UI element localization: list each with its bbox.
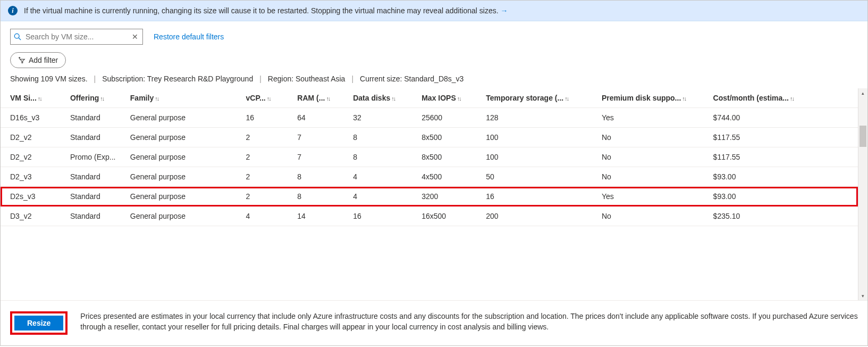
table-row[interactable]: D2_v3StandardGeneral purpose2844x50050No…	[1, 167, 858, 187]
resize-button[interactable]: Resize	[14, 316, 63, 331]
column-header-label: Cost/month (estima...	[713, 94, 789, 102]
cell-temp: 100	[476, 128, 592, 147]
scroll-down-icon[interactable]: ▾	[858, 291, 867, 300]
svg-point-0	[14, 34, 19, 38]
column-header-label: Family	[130, 94, 154, 102]
search-icon	[14, 33, 21, 40]
info-banner: i If the virtual machine is currently ru…	[1, 1, 867, 21]
cell-size: D2_v2	[1, 147, 61, 167]
info-banner-text: If the virtual machine is currently runn…	[24, 6, 499, 15]
cell-temp: 128	[476, 108, 592, 128]
cell-premium: Yes	[592, 108, 704, 128]
sort-icon[interactable]: ↑↓	[682, 95, 686, 102]
cell-iops: 16x500	[412, 206, 476, 226]
table-row[interactable]: D2s_v3StandardGeneral purpose284320016Ye…	[1, 187, 858, 206]
subscription-label: Subscription: Trey Research R&D Playgrou…	[102, 75, 253, 83]
table-row[interactable]: D3_v2StandardGeneral purpose4141616x5002…	[1, 206, 858, 226]
cell-size: D3_v2	[1, 206, 61, 226]
sort-icon[interactable]: ↑↓	[564, 95, 568, 102]
cell-iops: 4x500	[412, 167, 476, 187]
column-header[interactable]: Offering↑↓	[61, 88, 121, 108]
table-row[interactable]: D2_v2StandardGeneral purpose2788x500100N…	[1, 128, 858, 147]
restore-default-filters-link[interactable]: Restore default filters	[154, 32, 224, 41]
resize-button-highlight: Resize	[10, 311, 68, 335]
cell-size: D2_v3	[1, 167, 61, 187]
cell-iops: 25600	[412, 108, 476, 128]
table-row[interactable]: D16s_v3StandardGeneral purpose1664322560…	[1, 108, 858, 128]
column-header[interactable]: Max IOPS↑↓	[412, 88, 476, 108]
column-header[interactable]: vCP...↑↓	[237, 88, 288, 108]
cell-premium: No	[592, 147, 704, 167]
column-header[interactable]: Cost/month (estima...↑↓	[704, 88, 858, 108]
column-header[interactable]: RAM (...↑↓	[288, 88, 343, 108]
cell-temp: 50	[476, 167, 592, 187]
arrow-right-icon[interactable]: →	[501, 6, 508, 15]
cell-offering: Standard	[61, 187, 121, 206]
cell-disks: 32	[343, 108, 412, 128]
table-row[interactable]: D2_v2Promo (Exp...General purpose2788x50…	[1, 147, 858, 167]
sort-icon[interactable]: ↑↓	[457, 95, 461, 102]
current-size-label: Current size: Standard_D8s_v3	[360, 75, 464, 83]
info-icon: i	[8, 6, 18, 15]
cell-disks: 4	[343, 187, 412, 206]
column-header[interactable]: Family↑↓	[121, 88, 237, 108]
vertical-scrollbar[interactable]: ▴ ▾	[858, 88, 867, 300]
cell-family: General purpose	[121, 167, 237, 187]
search-input[interactable]	[24, 32, 131, 42]
cell-family: General purpose	[121, 147, 237, 167]
sort-icon[interactable]: ↑↓	[267, 95, 271, 102]
column-header[interactable]: Data disks↑↓	[343, 88, 412, 108]
cell-offering: Standard	[61, 206, 121, 226]
cell-premium: No	[592, 206, 704, 226]
cell-cost: $744.00	[704, 108, 858, 128]
sort-icon[interactable]: ↑↓	[155, 95, 158, 102]
add-filter-button[interactable]: Add filter	[10, 52, 66, 68]
column-header-label: vCP...	[246, 94, 266, 102]
cell-cost: $235.10	[704, 206, 858, 226]
cell-vcpu: 4	[237, 206, 288, 226]
cell-premium: Yes	[592, 187, 704, 206]
sort-icon[interactable]: ↑↓	[326, 95, 330, 102]
cell-ram: 64	[288, 108, 343, 128]
column-header-label: Max IOPS	[422, 94, 456, 102]
cell-iops: 8x500	[412, 147, 476, 167]
add-filter-label: Add filter	[29, 56, 58, 64]
column-header[interactable]: VM Si...↑↓	[1, 88, 61, 108]
sort-icon[interactable]: ↑↓	[100, 95, 104, 102]
cell-vcpu: 2	[237, 128, 288, 147]
cell-cost: $93.00	[704, 167, 858, 187]
sort-icon[interactable]: ↑↓	[391, 95, 395, 102]
scroll-up-icon[interactable]: ▴	[858, 88, 867, 97]
cell-offering: Promo (Exp...	[61, 147, 121, 167]
scrollbar-thumb[interactable]	[859, 126, 866, 147]
cell-temp: 100	[476, 147, 592, 167]
cell-premium: No	[592, 128, 704, 147]
column-header[interactable]: Temporary storage (...↑↓	[476, 88, 592, 108]
cell-family: General purpose	[121, 108, 237, 128]
column-header[interactable]: Premium disk suppo...↑↓	[592, 88, 704, 108]
column-header-label: Temporary storage (...	[486, 94, 563, 102]
cell-disks: 8	[343, 147, 412, 167]
svg-marker-4	[20, 59, 25, 63]
summary-line: Showing 109 VM sizes. | Subscription: Tr…	[1, 70, 867, 88]
cell-disks: 16	[343, 206, 412, 226]
clear-search-icon[interactable]: ✕	[131, 32, 139, 41]
sort-icon[interactable]: ↑↓	[790, 95, 794, 102]
cell-disks: 8	[343, 128, 412, 147]
cell-premium: No	[592, 167, 704, 187]
cell-size: D16s_v3	[1, 108, 61, 128]
search-input-wrapper[interactable]: ✕	[10, 29, 143, 45]
add-filter-icon	[18, 56, 26, 64]
column-header-label: Premium disk suppo...	[602, 94, 681, 102]
cell-vcpu: 2	[237, 167, 288, 187]
cell-ram: 7	[288, 147, 343, 167]
sort-icon[interactable]: ↑↓	[38, 95, 41, 102]
cell-iops: 3200	[412, 187, 476, 206]
cell-cost: $93.00	[704, 187, 858, 206]
cell-ram: 8	[288, 187, 343, 206]
cell-temp: 200	[476, 206, 592, 226]
cell-cost: $117.55	[704, 147, 858, 167]
column-header-label: Offering	[70, 94, 99, 102]
result-count: Showing 109 VM sizes.	[10, 75, 88, 83]
cell-size: D2_v2	[1, 128, 61, 147]
